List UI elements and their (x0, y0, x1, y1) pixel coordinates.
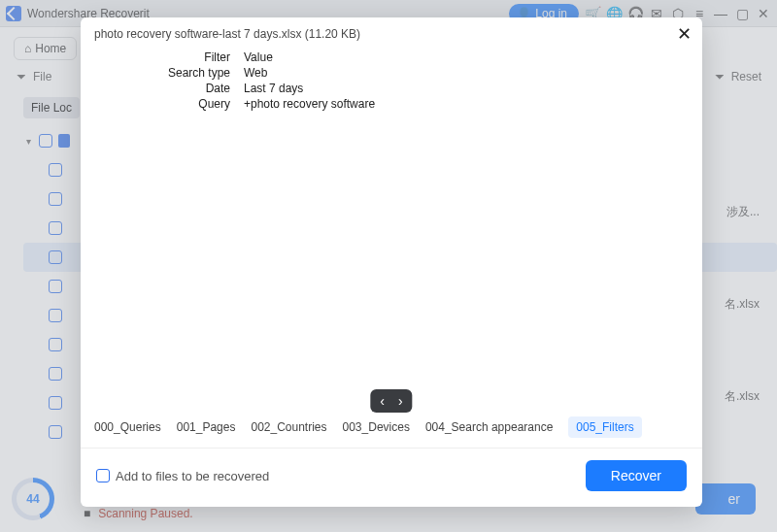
preview-col-filter: Filter (158, 50, 230, 64)
recover-button[interactable]: Recover (586, 460, 687, 491)
sheet-tab[interactable]: 002_Countries (251, 420, 326, 434)
sheet-nav: ‹ › (370, 389, 412, 413)
preview-key: Query (158, 97, 230, 111)
chevron-right-icon[interactable]: › (398, 393, 403, 409)
sheet-tab[interactable]: 001_Pages (177, 420, 236, 434)
sheet-tab[interactable]: 000_Queries (94, 420, 161, 434)
add-to-recover-row[interactable]: Add to files to be recovered (96, 469, 269, 483)
preview-row: Date Last 7 days (158, 82, 702, 95)
preview-body: Filter Value Search type Web Date Last 7… (81, 47, 702, 407)
preview-col-value: Value (244, 50, 273, 64)
modal-footer: Add to files to be recovered Recover (81, 448, 702, 507)
sheet-tab[interactable]: 003_Devices (343, 420, 410, 434)
sheet-tab[interactable]: 004_Search appearance (425, 420, 553, 434)
sheet-tab-active[interactable]: 005_Filters (568, 416, 641, 438)
file-preview-modal: ✕ photo recovery software-last 7 days.xl… (81, 17, 702, 507)
preview-header-row: Filter Value (158, 50, 702, 64)
preview-key: Search type (158, 66, 230, 80)
preview-val: +photo recovery software (244, 97, 375, 111)
preview-val: Web (244, 66, 267, 80)
chevron-left-icon[interactable]: ‹ (380, 393, 385, 409)
checkbox[interactable] (96, 469, 110, 482)
preview-key: Date (158, 82, 230, 95)
preview-row: Query +photo recovery software (158, 97, 702, 111)
preview-row: Search type Web (158, 66, 702, 80)
close-icon[interactable]: ✕ (675, 25, 693, 43)
sheet-tabs: ‹ › 000_Queries 001_Pages 002_Countries … (81, 407, 702, 448)
preview-filename: photo recovery software-last 7 days.xlsx… (81, 17, 702, 47)
preview-val: Last 7 days (244, 82, 303, 95)
add-to-recover-label: Add to files to be recovered (116, 469, 269, 483)
